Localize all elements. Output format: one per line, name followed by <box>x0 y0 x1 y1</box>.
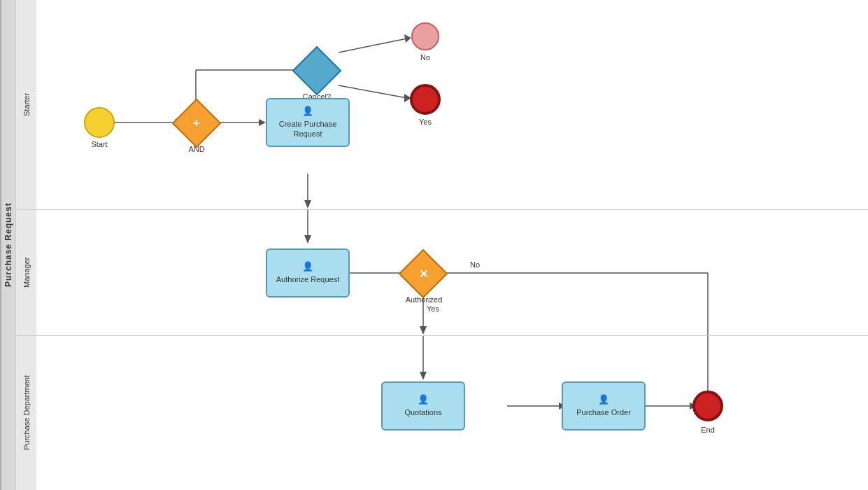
yes-circle-shape <box>410 84 441 115</box>
lane-manager-svg: No Yes <box>36 210 868 335</box>
pool-label: Purchase Request <box>0 0 15 490</box>
authorized-diamond: ✕ <box>399 249 448 299</box>
quotations-task[interactable]: 👤 Quotations <box>381 382 465 430</box>
end-node <box>692 391 723 421</box>
cancel-gateway <box>299 53 334 88</box>
no-circle-shape <box>411 22 439 50</box>
svg-marker-21 <box>420 326 427 335</box>
authorized-gateway: ✕ <box>406 256 441 291</box>
svg-line-9 <box>339 85 407 98</box>
start-label: Start <box>84 140 115 148</box>
yes-end-circle <box>410 84 441 115</box>
and-gateway: + <box>179 106 214 141</box>
lane-label-manager: Manager <box>15 210 36 335</box>
user-icon-quotations: 👤 <box>418 394 429 406</box>
user-icon-create: 👤 <box>302 106 313 118</box>
diagram-container: Purchase Request Starter <box>0 0 868 490</box>
svg-text:Yes: Yes <box>427 304 439 313</box>
svg-marker-14 <box>304 235 311 244</box>
and-label: AND <box>179 145 214 153</box>
create-request-task[interactable]: 👤 Create Purchase Request <box>266 98 350 147</box>
and-diamond: + <box>172 99 222 148</box>
cancel-diamond <box>292 46 342 96</box>
user-icon-purchase-order: 👤 <box>598 394 609 406</box>
user-icon-authorize: 👤 <box>302 261 313 273</box>
svg-marker-8 <box>404 34 411 43</box>
authorized-label: Authorized <box>400 295 448 304</box>
lane-starter-content: Start + AND <box>36 0 868 209</box>
start-circle <box>84 107 115 138</box>
end-circle <box>692 391 723 421</box>
end-label: End <box>692 426 723 434</box>
svg-marker-3 <box>259 119 266 126</box>
no-end-circle <box>411 22 439 50</box>
lane-label-purchase: Purchase Department <box>15 336 36 490</box>
lane-purchase-content: 👤 Quotations 👤 Purchase Order End <box>36 336 868 490</box>
authorize-request-task[interactable]: 👤 Authorize Request <box>266 248 350 298</box>
purchase-order-task[interactable]: 👤 Purchase Order <box>562 382 646 430</box>
svg-marker-12 <box>304 200 311 209</box>
start-node <box>84 107 115 138</box>
lane-purchase: Purchase Department <box>15 336 868 490</box>
svg-line-7 <box>339 38 407 52</box>
lane-starter: Starter <box>15 0 868 210</box>
yes-label: Yes <box>410 118 441 126</box>
lane-manager: Manager No <box>15 210 868 336</box>
swim-lanes: Starter <box>15 0 868 490</box>
svg-text:No: No <box>470 260 480 269</box>
lane-label-starter: Starter <box>15 0 36 209</box>
lane-starter-svg <box>36 0 868 209</box>
lane-manager-content: No Yes 👤 Authorize Request <box>36 210 868 335</box>
no-label: No <box>411 53 439 62</box>
svg-marker-24 <box>420 372 427 380</box>
